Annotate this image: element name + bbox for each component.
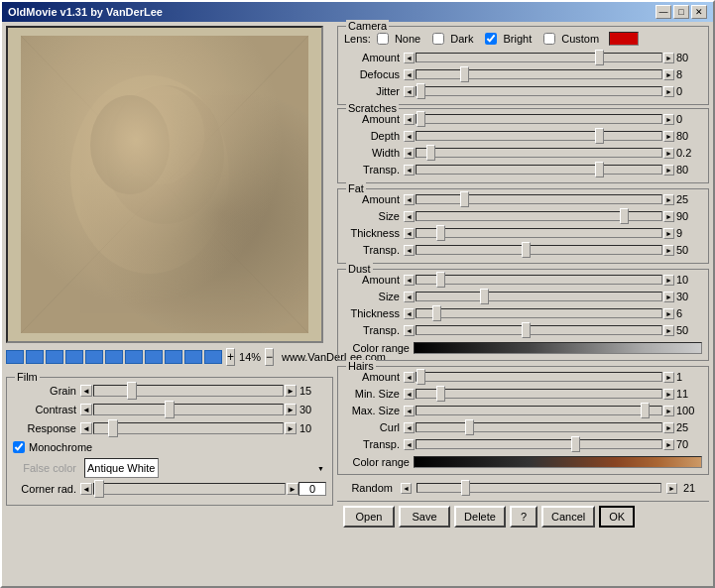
scratches-amount-thumb[interactable] xyxy=(417,111,425,127)
fat-amount-track[interactable] xyxy=(416,194,662,204)
film-contrast-right-arrow[interactable]: ► xyxy=(285,404,297,415)
hairs-color-bar[interactable] xyxy=(414,456,702,468)
fat-amount-thumb[interactable] xyxy=(460,191,469,207)
scratches-amount-right[interactable]: ► xyxy=(663,114,674,125)
hairs-transp-thumb[interactable] xyxy=(571,436,580,452)
film-response-right-arrow[interactable]: ► xyxy=(285,422,297,434)
scratches-width-track[interactable] xyxy=(416,148,662,158)
camera-amount-thumb[interactable] xyxy=(595,50,604,65)
random-thumb[interactable] xyxy=(461,480,470,496)
corner-rad-right-arrow[interactable]: ► xyxy=(287,483,298,495)
hairs-transp-left[interactable]: ◄ xyxy=(404,439,415,450)
dust-size-thumb[interactable] xyxy=(480,289,489,304)
scratches-width-left[interactable]: ◄ xyxy=(404,148,415,159)
dust-amount-left[interactable]: ◄ xyxy=(404,275,415,286)
scratches-depth-left[interactable]: ◄ xyxy=(404,131,415,142)
camera-defocus-thumb[interactable] xyxy=(460,66,469,82)
fat-amount-right[interactable]: ► xyxy=(663,194,674,205)
film-grain-thumb[interactable] xyxy=(127,382,137,400)
random-right-arrow[interactable]: ► xyxy=(666,483,677,494)
camera-amount-left[interactable]: ◄ xyxy=(404,53,415,63)
film-response-track[interactable] xyxy=(93,422,284,434)
hairs-transp-track[interactable] xyxy=(416,439,662,449)
hairs-amount-left[interactable]: ◄ xyxy=(404,372,415,383)
scratches-width-thumb[interactable] xyxy=(426,145,435,161)
hairs-amount-thumb[interactable] xyxy=(417,369,425,385)
fat-thickness-left[interactable]: ◄ xyxy=(404,228,415,239)
dust-size-left[interactable]: ◄ xyxy=(404,292,415,302)
hairs-curl-right[interactable]: ► xyxy=(663,422,674,433)
dust-thickness-track[interactable] xyxy=(416,308,662,318)
lens-custom-color[interactable] xyxy=(609,32,639,46)
scratches-width-right[interactable]: ► xyxy=(663,148,674,159)
ok-button[interactable]: OK xyxy=(599,506,635,528)
fat-transp-thumb[interactable] xyxy=(522,242,531,258)
random-left-arrow[interactable]: ◄ xyxy=(401,483,412,494)
dust-transp-thumb[interactable] xyxy=(522,322,531,338)
hairs-maxsize-left[interactable]: ◄ xyxy=(404,406,415,416)
open-button[interactable]: Open xyxy=(343,506,395,528)
film-grain-track[interactable] xyxy=(93,385,284,397)
dust-thickness-right[interactable]: ► xyxy=(663,308,674,319)
scratches-amount-track[interactable] xyxy=(416,114,662,124)
dust-thickness-left[interactable]: ◄ xyxy=(404,308,415,319)
fat-thickness-thumb[interactable] xyxy=(436,225,445,241)
maximize-button[interactable]: □ xyxy=(673,5,689,19)
delete-button[interactable]: Delete xyxy=(454,506,506,528)
camera-defocus-track[interactable] xyxy=(416,69,662,79)
dust-amount-thumb[interactable] xyxy=(436,272,445,288)
hairs-maxsize-track[interactable] xyxy=(416,406,662,415)
hairs-maxsize-thumb[interactable] xyxy=(641,403,650,418)
dust-amount-right[interactable]: ► xyxy=(663,275,674,286)
antique-white-select[interactable]: Antique White xyxy=(84,458,159,478)
lens-dark-checkbox[interactable] xyxy=(432,33,444,45)
hairs-maxsize-right[interactable]: ► xyxy=(663,406,674,416)
scratches-transp-thumb[interactable] xyxy=(595,162,604,177)
save-button[interactable]: Save xyxy=(399,506,450,528)
hairs-transp-right[interactable]: ► xyxy=(663,439,674,450)
film-grain-right-arrow[interactable]: ► xyxy=(285,385,297,397)
close-button[interactable]: ✕ xyxy=(691,5,707,19)
fat-transp-right[interactable]: ► xyxy=(663,245,674,256)
corner-rad-thumb[interactable] xyxy=(94,480,104,498)
zoom-out-button[interactable]: − xyxy=(265,348,274,366)
hairs-curl-thumb[interactable] xyxy=(465,419,474,435)
dust-amount-track[interactable] xyxy=(416,275,662,285)
fat-amount-left[interactable]: ◄ xyxy=(404,194,415,205)
film-response-left-arrow[interactable]: ◄ xyxy=(80,422,92,434)
film-response-thumb[interactable] xyxy=(108,419,118,437)
scratches-transp-track[interactable] xyxy=(416,165,662,175)
hairs-curl-left[interactable]: ◄ xyxy=(404,422,415,433)
camera-defocus-right[interactable]: ► xyxy=(663,69,674,80)
fat-size-right[interactable]: ► xyxy=(663,211,674,222)
film-contrast-thumb[interactable] xyxy=(165,401,175,418)
corner-rad-track[interactable] xyxy=(93,483,286,495)
lens-custom-checkbox[interactable] xyxy=(543,33,555,45)
minimize-button[interactable]: — xyxy=(655,5,671,19)
hairs-minsize-track[interactable] xyxy=(416,389,662,399)
fat-size-left[interactable]: ◄ xyxy=(404,211,415,222)
scratches-depth-right[interactable]: ► xyxy=(663,131,674,142)
scratches-transp-right[interactable]: ► xyxy=(663,165,674,176)
fat-transp-left[interactable]: ◄ xyxy=(404,245,415,256)
corner-rad-left-arrow[interactable]: ◄ xyxy=(80,483,92,495)
lens-none-checkbox[interactable] xyxy=(377,33,389,45)
fat-thickness-right[interactable]: ► xyxy=(663,228,674,239)
dust-transp-left[interactable]: ◄ xyxy=(404,325,415,336)
scratches-depth-thumb[interactable] xyxy=(595,128,604,144)
dust-transp-right[interactable]: ► xyxy=(663,325,674,336)
camera-jitter-left[interactable]: ◄ xyxy=(404,86,415,97)
film-contrast-track[interactable] xyxy=(93,404,284,415)
film-grain-left-arrow[interactable]: ◄ xyxy=(80,385,92,397)
dust-color-bar[interactable] xyxy=(414,342,702,354)
fat-size-thumb[interactable] xyxy=(620,208,629,224)
zoom-in-button[interactable]: + xyxy=(226,348,235,366)
camera-jitter-right[interactable]: ► xyxy=(663,86,674,97)
scratches-amount-left[interactable]: ◄ xyxy=(404,114,415,125)
scratches-depth-track[interactable] xyxy=(416,131,662,141)
cancel-button[interactable]: Cancel xyxy=(541,506,595,528)
camera-defocus-left[interactable]: ◄ xyxy=(404,69,415,80)
monochrome-checkbox[interactable] xyxy=(13,441,25,453)
camera-jitter-thumb[interactable] xyxy=(417,83,425,99)
scratches-transp-left[interactable]: ◄ xyxy=(404,165,415,176)
